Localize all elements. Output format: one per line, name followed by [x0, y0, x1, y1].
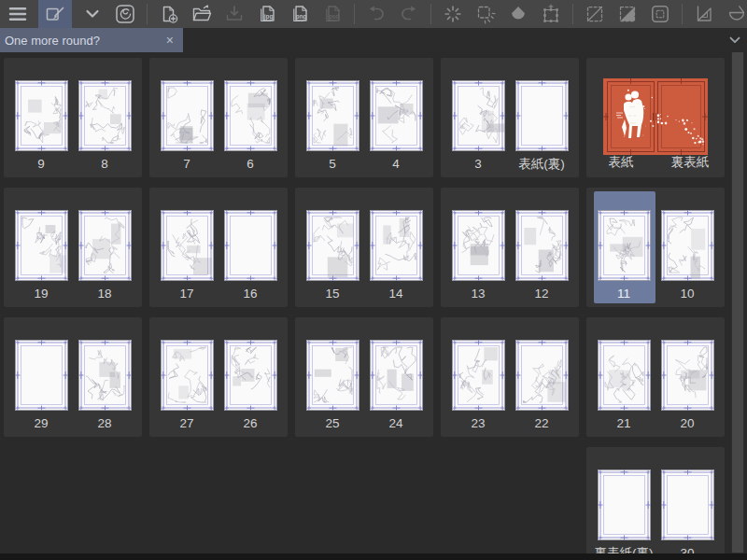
toolbar-separator	[682, 4, 683, 24]
page-thumbnail-24[interactable]: 24	[370, 340, 423, 430]
page-thumbnail-18[interactable]: 18	[78, 210, 132, 301]
png-file-icon: png	[289, 4, 310, 24]
page-pair-cell: 2322	[441, 317, 579, 437]
new-file-button[interactable]	[157, 2, 181, 26]
page-thumbnail-22[interactable]: 22	[515, 340, 569, 430]
deselect-button[interactable]	[583, 2, 607, 26]
tab-close-icon[interactable]: ×	[166, 34, 174, 47]
page-thumbnail-10[interactable]: 10	[661, 210, 714, 301]
export-png-button[interactable]: png	[288, 2, 312, 26]
page-thumbnail-25[interactable]: 25	[306, 340, 359, 430]
page-label: 20	[680, 416, 694, 430]
new-file-icon	[159, 4, 179, 24]
scale-rotate-icon	[541, 4, 561, 24]
page-canvas-preview	[452, 80, 505, 151]
page-pair: 3表紙(裏)	[441, 80, 579, 171]
scale-rotate-button[interactable]	[539, 2, 563, 26]
cover-spread-thumbnail[interactable]	[603, 78, 708, 155]
redo-button[interactable]	[397, 2, 421, 26]
empty-grid-slot	[295, 447, 433, 553]
page-label: 15	[325, 287, 339, 301]
page-grid: 9876543表紙(裏)表紙裏表紙19181716151413121110292…	[4, 58, 725, 553]
page-canvas-preview	[306, 340, 359, 411]
page-thumbnail-15[interactable]: 15	[306, 210, 359, 301]
page-thumbnail-23[interactable]: 23	[452, 340, 505, 430]
page-pair-cell: 2524	[295, 317, 433, 437]
fill-button[interactable]	[506, 2, 530, 26]
page-canvas-preview	[224, 210, 277, 281]
open-file-button[interactable]	[190, 2, 214, 26]
page-thumbnail-11[interactable]: 11	[598, 210, 651, 301]
scrollbar-thumb[interactable]	[732, 52, 743, 553]
page-canvas-preview	[306, 210, 359, 281]
page-thumbnail-5[interactable]: 5	[306, 80, 359, 171]
deselect-icon	[585, 4, 605, 24]
snap-to-ruler-button[interactable]	[692, 2, 716, 26]
invert-selection-button[interactable]	[615, 2, 640, 26]
page-label: 12	[534, 287, 548, 301]
main-menu-button[interactable]	[6, 2, 30, 26]
selection-border-button[interactable]	[648, 2, 672, 26]
clip-studio-button[interactable]	[113, 2, 137, 26]
main-menu-icon	[6, 4, 30, 24]
toolbar-separator	[430, 4, 431, 24]
page-canvas-preview	[370, 80, 423, 151]
undo-icon	[366, 4, 387, 24]
page-thumbnail-3[interactable]: 3	[452, 80, 505, 171]
page-canvas-preview	[661, 210, 714, 281]
page-pair: 54	[295, 80, 433, 171]
page-thumbnail-4[interactable]: 4	[370, 80, 423, 171]
page-canvas-preview	[78, 340, 132, 411]
save-button[interactable]	[222, 2, 247, 26]
page-canvas-preview	[306, 80, 359, 151]
page-label: 11	[617, 287, 630, 301]
undo-button[interactable]	[364, 2, 388, 26]
page-thumbnail-16[interactable]: 16	[224, 210, 277, 301]
tool-dropdown-button[interactable]	[80, 2, 105, 26]
page-thumbnail-8[interactable]: 8	[78, 80, 132, 171]
empty-grid-slot	[441, 447, 579, 553]
page-thumbnail-20[interactable]: 20	[661, 340, 714, 430]
page-canvas-preview	[598, 210, 651, 281]
vertical-scrollbar[interactable]	[731, 52, 744, 553]
command-bar: jpgpngpsd	[0, 0, 747, 28]
page-thumbnail-17[interactable]: 17	[161, 210, 214, 301]
snap-to-special-ruler-button[interactable]	[725, 2, 747, 26]
page-label: 7	[183, 157, 190, 171]
page-pair-cell: 76	[149, 58, 288, 177]
page-pair-cell: 1514	[295, 188, 433, 307]
empty-grid-slot	[149, 447, 288, 553]
page-thumbnail-裏表紙(裏)[interactable]: 裏表紙(裏)	[598, 469, 651, 553]
page-thumbnail-9[interactable]: 9	[15, 80, 68, 171]
tab-list-chevron-down-icon[interactable]	[726, 28, 743, 52]
export-psd-button[interactable]: psd	[320, 2, 345, 26]
page-thumbnail-29[interactable]: 29	[15, 340, 68, 430]
page-thumbnail-21[interactable]: 21	[598, 340, 651, 430]
page-thumbnail-13[interactable]: 13	[452, 210, 505, 301]
window-bottom-edge	[0, 553, 747, 560]
page-thumbnail-12[interactable]: 12	[515, 210, 569, 301]
page-thumbnail-28[interactable]: 28	[78, 340, 132, 430]
page-thumbnail-表紙(裏)[interactable]: 表紙(裏)	[515, 80, 569, 171]
toolbar-separator	[147, 4, 148, 24]
jpg-file-icon: jpg	[257, 4, 277, 24]
page-thumbnail-27[interactable]: 27	[161, 340, 214, 430]
document-tab[interactable]: One more round? ×	[0, 28, 183, 52]
page-canvas-preview	[370, 210, 423, 281]
psd-file-icon: psd	[322, 4, 343, 24]
page-canvas-preview	[515, 340, 569, 411]
page-thumbnail-30[interactable]: 30	[661, 469, 714, 553]
page-canvas-preview	[161, 210, 214, 281]
page-thumbnail-7[interactable]: 7	[161, 80, 214, 171]
clear-outside-selection-button[interactable]	[473, 2, 498, 26]
export-jpg-button[interactable]: jpg	[255, 2, 279, 26]
clear-button[interactable]	[441, 2, 465, 26]
page-thumbnail-19[interactable]: 19	[15, 210, 68, 301]
page-thumbnail-26[interactable]: 26	[224, 340, 277, 430]
operation-tool-button[interactable]	[38, 0, 72, 28]
page-canvas-preview	[15, 80, 68, 151]
page-thumbnail-6[interactable]: 6	[224, 80, 277, 171]
page-canvas-preview	[598, 469, 651, 540]
page-pair: 1110	[586, 210, 725, 301]
page-thumbnail-14[interactable]: 14	[370, 210, 423, 301]
